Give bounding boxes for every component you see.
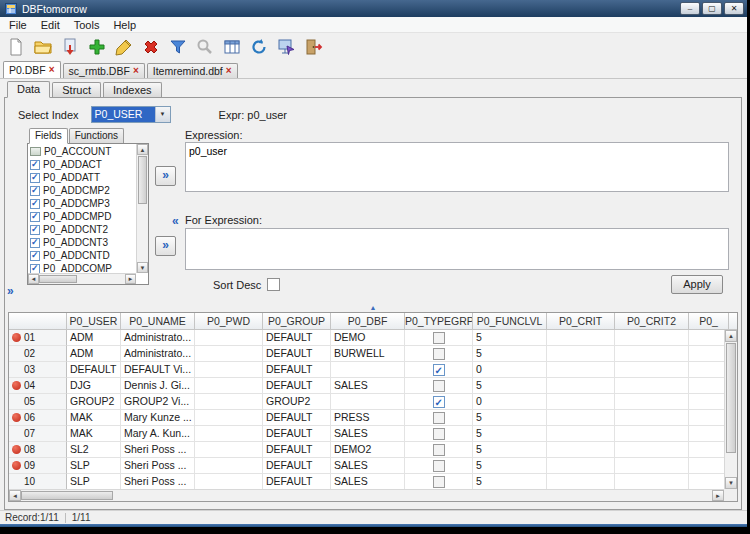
fields-vertical-scrollbar[interactable]: ▲ ▼ — [136, 144, 148, 273]
typegrp-checkbox[interactable] — [433, 364, 445, 376]
grid-cell[interactable]: MAK — [67, 410, 121, 426]
field-item[interactable]: P0_ADDCNT2 — [28, 223, 136, 236]
table-row[interactable]: 07MAKMary A. Kun...DEFAULTSALES5 — [9, 426, 724, 442]
titlebar[interactable]: DBFtomorrow – ▢ ✕ — [0, 0, 747, 17]
grid-cell[interactable] — [547, 410, 615, 426]
splitter-collapse-icon[interactable]: ▲ — [370, 304, 377, 311]
grid-cell[interactable]: BURWELL — [331, 346, 405, 362]
delete-record-button[interactable] — [139, 35, 163, 59]
table-row[interactable]: 03DEFAULTDEFAULT Vi...DEFAULT0 — [9, 362, 724, 378]
grid-cell[interactable]: DEMO2 — [331, 442, 405, 458]
grid-cell[interactable] — [405, 474, 473, 489]
close-tab-icon[interactable]: × — [133, 66, 139, 76]
new-file-button[interactable] — [4, 35, 28, 59]
grid-cell[interactable]: Administrato... — [121, 330, 195, 346]
row-header[interactable]: 06 — [9, 410, 67, 426]
field-item[interactable]: P0_ADDCNT3 — [28, 236, 136, 249]
add-field-to-expression-button[interactable] — [155, 166, 176, 186]
close-tab-icon[interactable]: × — [226, 66, 232, 76]
grid-cell[interactable] — [195, 362, 263, 378]
column-header-p0-[interactable]: P0_ — [689, 313, 729, 329]
collapse-panel-chevron[interactable] — [7, 284, 14, 298]
grid-cell[interactable] — [615, 474, 689, 489]
export-button[interactable] — [274, 35, 298, 59]
tab-data[interactable]: Data — [7, 81, 50, 98]
import-button[interactable] — [58, 35, 82, 59]
grid-cell[interactable] — [405, 442, 473, 458]
typegrp-checkbox[interactable] — [433, 428, 445, 440]
grid-cell[interactable] — [615, 362, 689, 378]
table-row[interactable]: 09SLPSheri Poss ...DEFAULTSALES5 — [9, 458, 724, 474]
fields-horizontal-scrollbar[interactable]: ◄ ► — [28, 273, 136, 284]
exit-button[interactable] — [301, 35, 325, 59]
grid-cell[interactable] — [615, 442, 689, 458]
grid-cell[interactable] — [547, 458, 615, 474]
scroll-right-icon[interactable]: ► — [712, 490, 724, 501]
grid-horizontal-scrollbar[interactable]: ◄ ► — [9, 489, 724, 501]
search-button[interactable] — [193, 35, 217, 59]
grid-cell[interactable] — [615, 410, 689, 426]
grid-cell[interactable] — [195, 458, 263, 474]
row-header[interactable]: 08 — [9, 442, 67, 458]
file-tab-itemremind-dbf[interactable]: Itemremind.dbf× — [147, 63, 238, 78]
grid-cell[interactable]: 5 — [473, 346, 547, 362]
typegrp-checkbox[interactable] — [433, 444, 445, 456]
row-header[interactable]: 05 — [9, 394, 67, 410]
grid-cell[interactable]: DEFAULT — [67, 362, 121, 378]
menu-item-tools[interactable]: Tools — [67, 18, 107, 32]
grid-cell[interactable] — [195, 474, 263, 489]
typegrp-checkbox[interactable] — [433, 412, 445, 424]
menu-item-file[interactable]: File — [2, 18, 34, 32]
table-row[interactable]: 08SL2Sheri Poss ...DEFAULTDEMO25 — [9, 442, 724, 458]
typegrp-checkbox[interactable] — [433, 476, 445, 488]
grid-cell[interactable] — [689, 330, 724, 346]
grid-cell[interactable]: Sheri Poss ... — [121, 458, 195, 474]
grid-cell[interactable] — [689, 378, 724, 394]
row-header[interactable]: 02 — [9, 346, 67, 362]
grid-cell[interactable] — [405, 362, 473, 378]
menu-item-help[interactable]: Help — [106, 18, 143, 32]
for-expression-input[interactable] — [185, 228, 729, 270]
field-item[interactable]: P0_ADDATT — [28, 171, 136, 184]
grid-cell[interactable]: SALES — [331, 426, 405, 442]
grid-cell[interactable]: DEFAULT Vi... — [121, 362, 195, 378]
field-item[interactable]: P0_ADDCMP3 — [28, 197, 136, 210]
grid-cell[interactable] — [405, 458, 473, 474]
grid-cell[interactable]: ADM — [67, 346, 121, 362]
column-header-p0-crit2[interactable]: P0_CRIT2 — [615, 313, 689, 329]
fields-tab-fields[interactable]: Fields — [29, 128, 68, 144]
grid-cell[interactable]: SALES — [331, 378, 405, 394]
grid-cell[interactable]: 5 — [473, 426, 547, 442]
grid-cell[interactable]: ADM — [67, 330, 121, 346]
grid-cell[interactable] — [195, 426, 263, 442]
column-header-p0-user[interactable]: P0_USER — [67, 313, 121, 329]
scrollbar-track[interactable] — [113, 490, 712, 501]
table-row[interactable]: 02ADMAdministrato...DEFAULTBURWELL5 — [9, 346, 724, 362]
grid-cell[interactable]: 5 — [473, 410, 547, 426]
grid-cell[interactable] — [195, 410, 263, 426]
grid-cell[interactable] — [195, 330, 263, 346]
grid-cell[interactable]: 0 — [473, 362, 547, 378]
close-tab-icon[interactable]: × — [49, 65, 55, 75]
grid-cell[interactable]: GROUP2 — [263, 394, 331, 410]
grid-cell[interactable] — [615, 378, 689, 394]
grid-cell[interactable]: DEFAULT — [263, 474, 331, 489]
combobox-dropdown-icon[interactable]: ▼ — [155, 107, 170, 122]
grid-cell[interactable]: 5 — [473, 378, 547, 394]
row-header[interactable]: 07 — [9, 426, 67, 442]
scroll-up-icon[interactable]: ▲ — [725, 330, 737, 342]
grid-cell[interactable] — [331, 362, 405, 378]
row-header[interactable]: 10 — [9, 474, 67, 489]
grid-cell[interactable] — [615, 394, 689, 410]
grid-cell[interactable] — [547, 362, 615, 378]
filter-button[interactable] — [166, 35, 190, 59]
grid-cell[interactable] — [547, 394, 615, 410]
grid-cell[interactable] — [689, 426, 724, 442]
scrollbar-thumb[interactable] — [21, 491, 113, 500]
grid-cell[interactable] — [689, 346, 724, 362]
typegrp-checkbox[interactable] — [433, 332, 445, 344]
scrollbar-thumb[interactable] — [726, 343, 736, 453]
grid-cell[interactable] — [405, 346, 473, 362]
grid-cell[interactable] — [405, 426, 473, 442]
minimize-button[interactable]: – — [680, 2, 700, 15]
